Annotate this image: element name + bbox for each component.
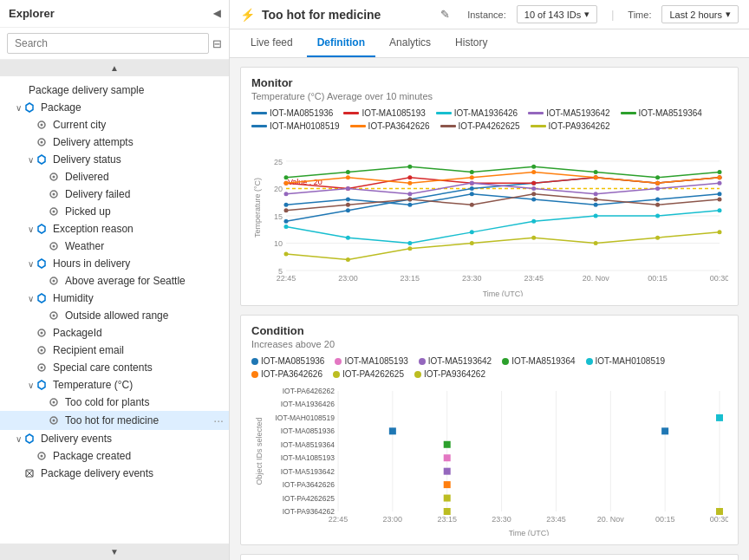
sidebar-item-too-hot[interactable]: Too hot for medicine···: [0, 411, 229, 430]
svg-point-112: [594, 175, 598, 179]
svg-point-89: [655, 186, 660, 191]
svg-point-92: [346, 170, 350, 174]
sidebar-item-package-created[interactable]: Package created: [0, 447, 229, 465]
svg-text:00:30: 00:30: [710, 274, 728, 283]
more-button[interactable]: ···: [208, 413, 229, 427]
filter-icon[interactable]: ⊟: [212, 37, 222, 50]
condition-legend-item: IOT-MA8519364: [502, 356, 575, 366]
sidebar-item-special-care[interactable]: Special care contents···: [0, 359, 229, 376]
sidebar-item-outside-allowed[interactable]: Outside allowed range: [0, 307, 229, 324]
svg-point-96: [594, 170, 598, 174]
sidebar-item-recipient-email[interactable]: Recipient email: [0, 342, 229, 359]
svg-point-98: [718, 170, 722, 174]
condition-legend-item: IOT-MAH0108519: [586, 356, 666, 366]
property-filter-card: Property filter Special care contents Is…: [240, 554, 739, 560]
tree-item-label: Humidity: [53, 292, 229, 304]
sidebar-item-pkg-delivery-sample[interactable]: Package delivery sample: [0, 81, 229, 99]
svg-text:15: 15: [274, 212, 283, 221]
svg-text:IOT-PA9364262: IOT-PA9364262: [283, 507, 335, 516]
svg-point-7: [53, 176, 55, 179]
sidebar-item-pkg-delivery-events[interactable]: Package delivery events: [0, 465, 229, 482]
sidebar-item-delivery-events[interactable]: ∨Delivery events: [0, 430, 229, 447]
svg-text:IOT-PA6426262: IOT-PA6426262: [283, 387, 335, 395]
sidebar-item-delivery-status[interactable]: ∨Delivery status: [0, 151, 229, 168]
condition-subtitle: Increases above 20: [251, 339, 727, 349]
svg-point-26: [41, 367, 43, 369]
condition-legend-item: IOT-MA0851936: [251, 356, 324, 366]
sidebar-item-packageid[interactable]: PackageId···: [0, 324, 229, 342]
svg-point-20: [53, 315, 55, 317]
tree-item-label: Delivery failed: [65, 188, 229, 200]
tree-item-icon: [36, 328, 50, 338]
sidebar-item-above-average[interactable]: Above average for Seattle: [0, 272, 229, 290]
svg-point-122: [718, 198, 722, 202]
svg-point-75: [284, 225, 289, 229]
instance-value-text: 10 of 143 IDs: [524, 10, 581, 20]
sidebar: Explorer ◀ ⊟ ▲ Package delivery sample∨P…: [0, 0, 230, 560]
svg-point-4: [41, 141, 43, 144]
sidebar-item-delivery-failed[interactable]: Delivery failed: [0, 186, 229, 203]
condition-legend: IOT-MA0851936IOT-MA1085193IOT-MA5193642I…: [251, 356, 727, 379]
tab-livefeed[interactable]: Live feed: [240, 29, 303, 57]
svg-text:20. Nov: 20. Nov: [583, 274, 610, 283]
tree-item-icon: [36, 224, 50, 234]
svg-point-107: [284, 181, 289, 186]
monitor-legend-item: IOT-MAH0108519: [251, 121, 340, 131]
sidebar-item-hours-in-delivery[interactable]: ∨Hours in delivery: [0, 255, 229, 272]
svg-text:23:30: 23:30: [492, 515, 511, 524]
svg-point-17: [53, 280, 55, 283]
sidebar-item-too-cold[interactable]: Too cold for plants: [0, 394, 229, 411]
svg-point-129: [655, 236, 660, 240]
time-dropdown[interactable]: Last 2 hours ▾: [661, 5, 739, 23]
tree-item-label: Delivered: [65, 171, 229, 183]
sidebar-item-temperature[interactable]: ∨Temperature (°C): [0, 376, 229, 394]
tab-definition[interactable]: Definition: [307, 29, 375, 57]
tab-analytics[interactable]: Analytics: [379, 29, 441, 57]
sidebar-item-package[interactable]: ∨Package: [0, 99, 229, 116]
svg-point-79: [531, 219, 536, 224]
sidebar-item-delivery-attempts[interactable]: Delivery attempts: [0, 133, 229, 151]
tree-item-label: Recipient email: [53, 344, 229, 356]
sidebar-header: Explorer ◀: [0, 0, 229, 28]
svg-text:IOT-MAH0108519: IOT-MAH0108519: [275, 413, 335, 422]
svg-point-105: [655, 198, 660, 202]
time-value-text: Last 2 hours: [669, 10, 722, 20]
tree-item-label: Weather: [65, 240, 229, 252]
sidebar-item-picked-up[interactable]: Picked up: [0, 203, 229, 220]
search-bar: ⊟: [0, 28, 229, 60]
svg-point-82: [718, 208, 722, 212]
svg-point-120: [594, 198, 598, 202]
tree-item-label: Delivery events: [41, 433, 229, 445]
sidebar-item-current-city[interactable]: Current city: [0, 116, 229, 133]
svg-marker-5: [38, 155, 45, 164]
tree-item-label: Temperature (°C): [53, 379, 229, 391]
svg-text:IOT-MA8519364: IOT-MA8519364: [281, 440, 335, 449]
sidebar-item-delivered[interactable]: Delivered: [0, 168, 229, 186]
svg-text:00:15: 00:15: [648, 274, 668, 283]
svg-point-101: [407, 203, 412, 207]
collapse-icon[interactable]: ◀: [213, 8, 220, 19]
svg-rect-168: [716, 508, 723, 515]
condition-legend-item: IOT-PA3642626: [251, 369, 322, 379]
tree-item-icon: [24, 433, 38, 444]
sidebar-item-weather[interactable]: Weather···: [0, 238, 229, 255]
tree-item-icon: [36, 120, 50, 130]
sidebar-item-exception-reason[interactable]: ∨Exception reason: [0, 220, 229, 238]
svg-text:23:45: 23:45: [524, 274, 544, 283]
edit-icon[interactable]: ✎: [440, 8, 450, 21]
search-input[interactable]: [7, 33, 209, 54]
svg-point-118: [470, 203, 474, 207]
tree-item-label: Current city: [53, 119, 229, 131]
svg-point-91: [284, 175, 289, 179]
svg-point-95: [531, 165, 536, 169]
toggle-icon: ∨: [12, 434, 24, 444]
scroll-up-arrow[interactable]: ▲: [0, 60, 229, 76]
sidebar-item-humidity[interactable]: ∨Humidity···: [0, 290, 229, 307]
topbar: ⚡ Too hot for medicine ✎ Instance: 10 of…: [230, 0, 749, 29]
svg-point-119: [531, 192, 536, 196]
svg-point-117: [407, 198, 412, 202]
scroll-down-arrow[interactable]: ▼: [0, 544, 229, 560]
tab-history[interactable]: History: [445, 29, 498, 57]
instance-dropdown[interactable]: 10 of 143 IDs ▾: [517, 5, 597, 23]
tree-item-label: Above average for Seattle: [65, 275, 229, 287]
